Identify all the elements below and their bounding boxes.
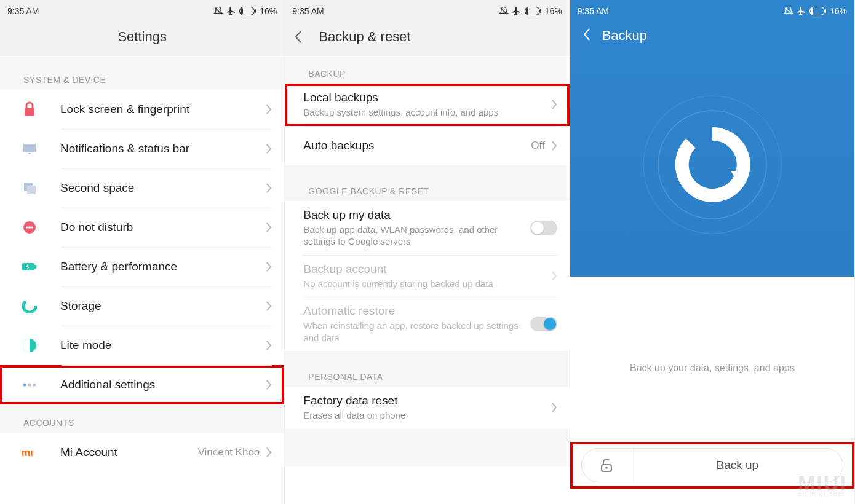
status-bar: 9:35 AM 16% [570, 0, 854, 18]
svg-rect-7 [27, 186, 36, 194]
svg-rect-9 [26, 227, 33, 229]
second-space-icon [18, 177, 41, 199]
chevron-right-icon [266, 447, 272, 458]
svg-point-27 [605, 467, 608, 469]
back-button[interactable] [294, 30, 303, 44]
row-label: Automatic restore [303, 304, 530, 318]
settings-row-dnd[interactable]: Do not disturb [0, 208, 284, 247]
battery-icon [239, 7, 256, 15]
chevron-right-icon [266, 222, 272, 233]
row-sub: No account is currently storing backed u… [303, 278, 551, 290]
back-button[interactable] [583, 28, 591, 44]
backup-header: Backup [570, 18, 854, 52]
row-label: Storage [60, 299, 266, 313]
chevron-right-icon [551, 99, 557, 110]
row-sub: Backup system settings, account info, an… [303, 106, 551, 119]
section-header-google: GOOGLE BACKUP & RESET [285, 173, 569, 201]
row-label: Battery & performance [60, 260, 266, 274]
row-sub: Back up app data, WLAN passwords, and ot… [303, 224, 530, 248]
battery-pct: 16% [260, 6, 277, 16]
svg-point-12 [23, 300, 36, 312]
status-icons: 16% [213, 6, 277, 16]
backup-ring-icon [570, 52, 854, 277]
settings-row-additional[interactable]: Additional settings [0, 365, 284, 404]
mi-logo-icon: mı [18, 441, 41, 463]
chevron-right-icon [266, 183, 272, 194]
settings-row-second-space[interactable]: Second space [0, 168, 284, 208]
row-label: Second space [60, 181, 266, 195]
settings-row-lite-mode[interactable]: Lite mode [0, 326, 284, 365]
more-icon [18, 374, 41, 396]
watermark: MIUI en.miui.com [798, 475, 847, 497]
row-backup-my-data[interactable]: Back up my data Back up app data, WLAN p… [285, 201, 569, 255]
settings-row-storage[interactable]: Storage [0, 286, 284, 326]
row-label: Lock screen & fingerprint [60, 103, 266, 116]
chevron-right-icon [266, 301, 272, 312]
backup-message: Back up your data, settings, and apps [570, 277, 854, 374]
row-backup-account: Backup account No account is currently s… [285, 255, 569, 297]
chevron-right-icon [551, 270, 557, 282]
svg-point-24 [643, 96, 781, 234]
settings-row-lock[interactable]: Lock screen & fingerprint [0, 90, 284, 129]
status-bar: 9:35 AM 16% [285, 0, 569, 18]
status-icons: 16% [784, 6, 847, 16]
section-header-accounts: ACCOUNTS [0, 404, 284, 433]
settings-row-notifications[interactable]: Notifications & status bar [0, 129, 284, 168]
chevron-right-icon [266, 261, 272, 272]
svg-text:mı: mı [22, 447, 33, 458]
svg-rect-11 [34, 265, 36, 269]
row-factory-reset[interactable]: Factory data reset Erases all data on ph… [285, 387, 569, 429]
row-label: Mi Account [60, 446, 198, 459]
chevron-right-icon [266, 143, 272, 154]
row-label: Local backups [303, 91, 551, 104]
lite-mode-icon [18, 334, 41, 356]
svg-rect-20 [540, 9, 541, 13]
status-bar: 9:35 AM 16% [0, 0, 284, 18]
backup-screen: 9:35 AM 16% Backup Back up your data, se… [570, 0, 855, 504]
toggle-on [530, 317, 557, 331]
svg-point-16 [33, 384, 36, 387]
svg-rect-22 [811, 8, 813, 14]
row-label: Back up my data [303, 208, 530, 222]
page-title: Backup [602, 28, 647, 44]
status-time: 9:35 AM [578, 6, 609, 16]
settings-row-mi-account[interactable]: mı Mi Account Vincent Khoo [0, 433, 284, 472]
chevron-right-icon [551, 402, 557, 413]
backup-reset-header: Backup & reset [285, 18, 569, 55]
row-label: Lite mode [60, 339, 266, 352]
toggle-off[interactable] [530, 221, 557, 235]
battery-perf-icon [18, 256, 41, 278]
settings-list[interactable]: SYSTEM & DEVICE Lock screen & fingerprin… [0, 55, 284, 504]
svg-rect-3 [25, 108, 34, 116]
svg-rect-2 [255, 9, 256, 13]
svg-rect-5 [28, 153, 31, 154]
row-sub: Erases all data on phone [303, 409, 551, 422]
svg-point-14 [23, 384, 26, 387]
section-header-personal: PERSONAL DATA [285, 358, 569, 387]
settings-row-battery[interactable]: Battery & performance [0, 247, 284, 286]
row-auto-backups[interactable]: Auto backups Off [285, 126, 569, 165]
row-label: Auto backups [303, 139, 531, 152]
settings-screen: 9:35 AM 16% Settings SYSTEM & DEVICE Loc… [0, 0, 285, 504]
status-time: 9:35 AM [7, 6, 39, 16]
dnd-icon [213, 6, 223, 16]
page-title: Settings [117, 29, 167, 45]
chevron-right-icon [266, 340, 272, 351]
row-label: Backup account [303, 262, 551, 276]
row-local-backups[interactable]: Local backups Backup system settings, ac… [285, 84, 569, 126]
chevron-right-icon [266, 379, 272, 390]
notifications-icon [18, 138, 41, 160]
row-label: Factory data reset [303, 394, 551, 408]
row-label: Notifications & status bar [60, 142, 266, 156]
section-header-backup: BACKUP [285, 55, 569, 84]
status-icons: 16% [499, 6, 562, 16]
airplane-icon [797, 6, 806, 16]
row-label: Do not disturb [60, 221, 266, 234]
backup-reset-list[interactable]: BACKUP Local backups Backup system setti… [285, 55, 569, 504]
lock-button[interactable] [582, 449, 632, 482]
section-header-system: SYSTEM & DEVICE [0, 61, 284, 90]
row-label: Additional settings [60, 378, 266, 392]
row-sub: When reinstalling an app, restore backed… [303, 320, 530, 344]
svg-rect-1 [241, 8, 243, 14]
row-value: Vincent Khoo [198, 446, 260, 459]
